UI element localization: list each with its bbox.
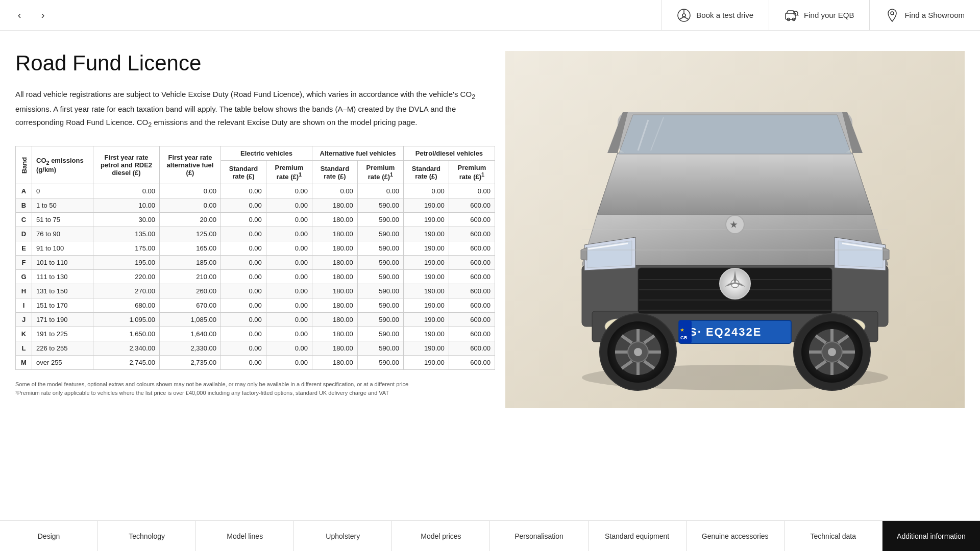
ev-std-cell: 0.00 — [221, 356, 266, 370]
pet-std-cell: 190.00 — [403, 213, 449, 227]
ev-std-cell: 0.00 — [221, 284, 266, 298]
band-cell: H — [16, 284, 32, 298]
bottom-nav-model-lines[interactable]: Model lines — [196, 521, 294, 551]
alt-prem-cell: 590.00 — [357, 241, 403, 256]
alt-std-cell: 180.00 — [312, 341, 357, 356]
alt-std-cell: 180.00 — [312, 313, 357, 327]
first-alt-cell: 185.00 — [160, 256, 221, 270]
pet-prem-cell: 600.00 — [449, 341, 495, 356]
first-petrol-cell: 0.00 — [93, 184, 160, 198]
table-row: A 0 0.00 0.00 0.00 0.00 0.00 0.00 0.00 0… — [16, 184, 495, 198]
alt-std-cell: 180.00 — [312, 284, 357, 298]
first-alt-cell: 165.00 — [160, 241, 221, 256]
pet-prem-cell: 600.00 — [449, 313, 495, 327]
svg-line-9 — [797, 15, 798, 16]
next-arrow[interactable]: › — [34, 6, 52, 24]
band-cell: E — [16, 241, 32, 256]
bottom-nav-upholstery[interactable]: Upholstery — [294, 521, 392, 551]
co2-cell: 101 to 110 — [32, 256, 93, 270]
find-showroom-button[interactable]: Find a Showroom — [869, 0, 980, 31]
table-row: J 171 to 190 1,095.00 1,085.00 0.00 0.00… — [16, 313, 495, 327]
bottom-nav-personalisation[interactable]: Personalisation — [490, 521, 588, 551]
ev-prem-cell: 0.00 — [266, 213, 312, 227]
alt-std-cell: 180.00 — [312, 241, 357, 256]
ev-std-cell: 0.00 — [221, 270, 266, 284]
petrol-group-header: Petrol/diesel vehicles — [403, 146, 495, 161]
co2-cell: 226 to 255 — [32, 341, 93, 356]
pet-prem-cell: 600.00 — [449, 298, 495, 313]
band-cell: J — [16, 313, 32, 327]
ev-std-subheader: Standard rate (£) — [221, 161, 266, 184]
table-row: L 226 to 255 2,340.00 2,330.00 0.00 0.00… — [16, 341, 495, 356]
alt-prem-cell: 590.00 — [357, 270, 403, 284]
ev-std-cell: 0.00 — [221, 241, 266, 256]
alt-prem-cell: 590.00 — [357, 198, 403, 213]
car-image: S· EQ2432E ★ GB — [505, 51, 965, 408]
alt-prem-subheader: Premium rate (£)1 — [357, 161, 403, 184]
alt-prem-cell: 590.00 — [357, 356, 403, 370]
first-alt-cell: 210.00 — [160, 270, 221, 284]
bottom-nav-standard-equipment[interactable]: Standard equipment — [589, 521, 687, 551]
table-row: I 151 to 170 680.00 670.00 0.00 0.00 180… — [16, 298, 495, 313]
first-petrol-cell: 1,095.00 — [93, 313, 160, 327]
alt-prem-cell: 590.00 — [357, 341, 403, 356]
ev-prem-cell: 0.00 — [266, 313, 312, 327]
steering-wheel-icon — [677, 8, 691, 22]
ev-prem-cell: 0.00 — [266, 241, 312, 256]
road-fund-table: Band CO2 emissions (g/km) First year rat… — [15, 146, 495, 370]
ev-std-cell: 0.00 — [221, 256, 266, 270]
first-petrol-cell: 220.00 — [93, 270, 160, 284]
pet-std-cell: 190.00 — [403, 356, 449, 370]
car-svg: S· EQ2432E ★ GB — [505, 51, 965, 408]
alt-prem-cell: 590.00 — [357, 327, 403, 341]
first-alt-cell: 1,640.00 — [160, 327, 221, 341]
pet-prem-cell: 600.00 — [449, 356, 495, 370]
bottom-nav-design[interactable]: Design — [0, 521, 98, 551]
first-alt-cell: 20.00 — [160, 213, 221, 227]
alt-std-cell: 180.00 — [312, 298, 357, 313]
ev-std-cell: 0.00 — [221, 227, 266, 241]
alt-std-cell: 180.00 — [312, 356, 357, 370]
bottom-nav-technology[interactable]: Technology — [98, 521, 196, 551]
band-cell: L — [16, 341, 32, 356]
table-row: G 111 to 130 220.00 210.00 0.00 0.00 180… — [16, 270, 495, 284]
first-petrol-cell: 175.00 — [93, 241, 160, 256]
ev-std-cell: 0.00 — [221, 298, 266, 313]
pet-prem-cell: 600.00 — [449, 256, 495, 270]
pet-std-cell: 190.00 — [403, 298, 449, 313]
main-content: Road Fund Licence All road vehicle regis… — [0, 31, 980, 459]
ev-std-cell: 0.00 — [221, 313, 266, 327]
pet-prem-cell: 600.00 — [449, 327, 495, 341]
first-petrol-header: First year rate petrol and RDE2 diesel (… — [93, 146, 160, 184]
co2-cell: 1 to 50 — [32, 198, 93, 213]
bottom-nav-technical-data[interactable]: Technical data — [785, 521, 883, 551]
band-cell: D — [16, 227, 32, 241]
first-alt-header: First year rate alternative fuel (£) — [160, 146, 221, 184]
prev-arrow[interactable]: ‹ — [10, 6, 29, 24]
alt-std-cell: 180.00 — [312, 256, 357, 270]
pet-prem-cell: 600.00 — [449, 213, 495, 227]
pet-std-cell: 190.00 — [403, 256, 449, 270]
bottom-nav-genuine-accessories[interactable]: Genuine accessories — [687, 521, 785, 551]
pet-prem-cell: 600.00 — [449, 198, 495, 213]
pet-prem-cell: 0.00 — [449, 184, 495, 198]
bottom-nav-additional-info[interactable]: Additional information — [883, 521, 980, 551]
co2-cell: over 255 — [32, 356, 93, 370]
ev-prem-cell: 0.00 — [266, 356, 312, 370]
band-cell: K — [16, 327, 32, 341]
svg-text:★: ★ — [730, 220, 738, 229]
ev-prem-cell: 0.00 — [266, 270, 312, 284]
page-title: Road Fund Licence — [15, 51, 505, 76]
alt-fuel-group-header: Alternative fuel vehicles — [312, 146, 403, 161]
ev-prem-cell: 0.00 — [266, 184, 312, 198]
pet-std-cell: 190.00 — [403, 241, 449, 256]
table-row: M over 255 2,745.00 2,735.00 0.00 0.00 1… — [16, 356, 495, 370]
bottom-nav-model-prices[interactable]: Model prices — [392, 521, 490, 551]
find-eqb-button[interactable]: Find your EQB — [769, 0, 869, 31]
pet-std-cell: 190.00 — [403, 198, 449, 213]
book-test-drive-button[interactable]: Book a test drive — [661, 0, 769, 31]
co2-cell: 51 to 75 — [32, 213, 93, 227]
table-row: D 76 to 90 135.00 125.00 0.00 0.00 180.0… — [16, 227, 495, 241]
band-cell: G — [16, 270, 32, 284]
pet-std-cell: 190.00 — [403, 327, 449, 341]
